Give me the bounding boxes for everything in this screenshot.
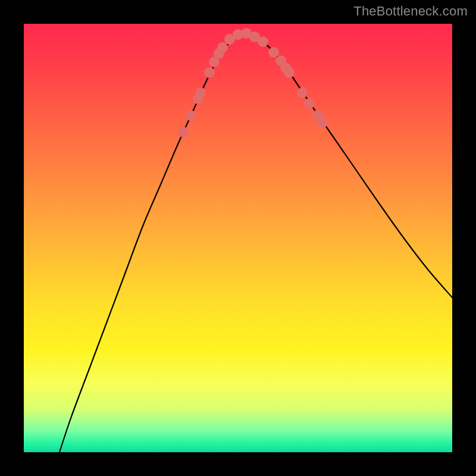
data-dot: [304, 98, 315, 109]
bottleneck-curve: [60, 32, 452, 452]
data-dot: [195, 87, 206, 98]
data-dot: [268, 47, 279, 58]
dot-group: [178, 28, 328, 137]
data-dot: [185, 110, 196, 121]
data-dot: [317, 117, 328, 128]
data-dot: [178, 127, 189, 137]
chart-stage: TheBottleneck.com: [0, 0, 476, 476]
plot-area: [24, 24, 452, 452]
data-dot: [217, 42, 228, 53]
watermark-text: TheBottleneck.com: [353, 4, 468, 19]
data-dot: [297, 87, 308, 98]
data-dot: [284, 67, 295, 78]
data-dot: [204, 67, 215, 78]
data-dot: [258, 36, 268, 47]
chart-overlay: [24, 24, 452, 452]
